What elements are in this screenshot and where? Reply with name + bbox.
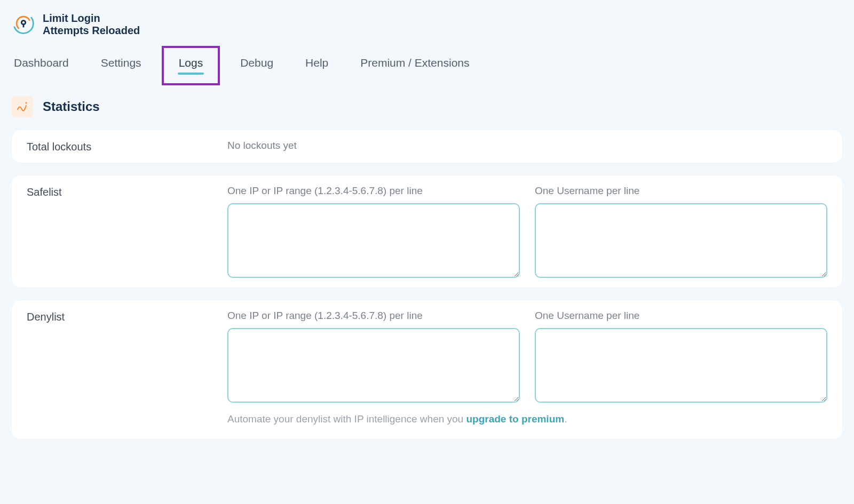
- denylist-user-label: One Username per line: [535, 310, 827, 322]
- app-logo-icon: [12, 12, 35, 37]
- denylist-card: Denylist One IP or IP range (1.2.3.4-5.6…: [12, 300, 842, 439]
- denylist-ip-label: One IP or IP range (1.2.3.4-5.6.7.8) per…: [227, 310, 520, 322]
- tab-help[interactable]: Help: [303, 53, 330, 77]
- lockouts-value: No lockouts yet: [227, 140, 827, 153]
- denylist-footnote-suffix: .: [564, 413, 567, 425]
- safelist-ip-label: One IP or IP range (1.2.3.4-5.6.7.8) per…: [227, 185, 520, 197]
- denylist-footnote-prefix: Automate your denylist with IP intellige…: [227, 413, 466, 425]
- section-heading: Statistics: [12, 92, 842, 130]
- safelist-user-input[interactable]: [535, 203, 827, 278]
- denylist-label: Denylist: [27, 310, 212, 323]
- tab-logs[interactable]: Logs: [177, 53, 205, 77]
- tab-logs-highlight: Logs: [162, 46, 220, 85]
- safelist-user-label: One Username per line: [535, 185, 827, 197]
- app-title-line1: Limit Login: [43, 12, 140, 25]
- denylist-ip-input[interactable]: [227, 328, 520, 403]
- tab-premium[interactable]: Premium / Extensions: [358, 53, 471, 77]
- safelist-label: Safelist: [27, 185, 212, 198]
- denylist-footnote: Automate your denylist with IP intellige…: [227, 406, 827, 425]
- section-title: Statistics: [43, 99, 100, 114]
- safelist-ip-input[interactable]: [227, 203, 520, 278]
- safelist-card: Safelist One IP or IP range (1.2.3.4-5.6…: [12, 175, 842, 287]
- main-nav: Dashboard Settings Logs Debug Help Premi…: [12, 42, 842, 92]
- app-title-line2: Attempts Reloaded: [43, 25, 140, 37]
- upgrade-premium-link[interactable]: upgrade to premium: [466, 413, 564, 425]
- denylist-user-input[interactable]: [535, 328, 827, 403]
- app-title: Limit Login Attempts Reloaded: [43, 12, 140, 37]
- svg-point-4: [26, 102, 27, 104]
- lockouts-card: Total lockouts No lockouts yet: [12, 130, 842, 163]
- tab-debug[interactable]: Debug: [238, 53, 275, 77]
- tab-settings[interactable]: Settings: [99, 53, 144, 77]
- statistics-icon: [12, 96, 33, 117]
- app-header: Limit Login Attempts Reloaded: [12, 11, 842, 42]
- lockouts-label: Total lockouts: [27, 140, 212, 153]
- tab-dashboard[interactable]: Dashboard: [12, 53, 71, 77]
- svg-rect-3: [23, 23, 25, 27]
